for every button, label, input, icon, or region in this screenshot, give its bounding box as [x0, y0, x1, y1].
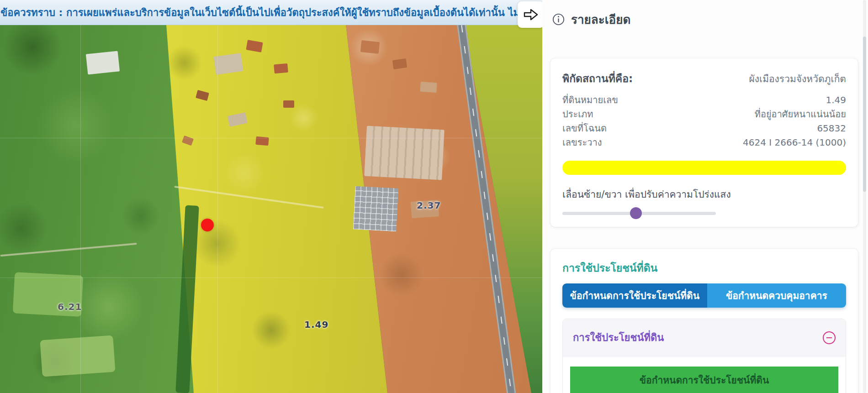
opacity-slider-handle[interactable] — [630, 207, 642, 219]
zone-color-bar — [562, 161, 846, 175]
landuse-tabs: ข้อกำหนดการใช้ประโยชน์ที่ดิน ข้อกำหนดควบ… — [562, 283, 846, 308]
location-value: ผังเมืองรวมจังหวัดภูเก็ต — [749, 71, 846, 86]
building — [86, 51, 120, 74]
detail-label: ที่ดินหมายเลข — [562, 93, 618, 107]
map-canvas[interactable]: 2.37 6.21 1.49 — [0, 0, 542, 393]
map-gridline — [217, 0, 218, 393]
arrow-right-icon — [523, 8, 539, 21]
opacity-slider[interactable] — [562, 212, 716, 215]
app-screen: 2.37 6.21 1.49 ข้อควรทราบ : การเผยแพร่แล… — [0, 0, 868, 393]
parcel-label: 6.21 — [58, 301, 82, 312]
map-gridline — [80, 0, 81, 393]
detail-row: เลขระวาง 4624 I 2666-14 (1000) — [562, 136, 846, 150]
landuse-accordion-header[interactable]: การใช้ประโยชน์ที่ดิน — [563, 319, 846, 356]
building — [283, 100, 294, 108]
landuse-accordion-title: การใช้ประโยชน์ที่ดิน — [573, 330, 664, 346]
detail-value: 65832 — [817, 121, 846, 136]
landuse-card: การใช้ประโยชน์ที่ดิน ข้อกำหนดการใช้ประโย… — [550, 249, 858, 393]
landuse-accordion-body: ข้อกำหนดการใช้ประโยชน์ที่ดิน ที่ดินประเภ… — [563, 356, 846, 393]
detail-label: เลขที่โฉนด — [562, 121, 607, 136]
parcel-label: 2.37 — [417, 200, 441, 211]
location-label: พิกัดสถานที่คือ: — [562, 70, 633, 87]
building — [274, 63, 288, 74]
landuse-section-title: การใช้ประโยชน์ที่ดิน — [562, 260, 846, 276]
detail-value: 1.49 — [826, 93, 846, 107]
building — [360, 40, 380, 54]
detail-row: ประเภท ที่อยู่อาศัยหนาแน่นน้อย — [562, 107, 846, 121]
location-details-card: พิกัดสถานที่คือ: ผังเมืองรวมจังหวัดภูเก็… — [550, 58, 858, 227]
landuse-accordion: การใช้ประโยชน์ที่ดิน ข้อกำหนดการใช้ประโย… — [562, 319, 846, 393]
map-marker[interactable] — [201, 219, 214, 231]
panel-collapse-button[interactable] — [518, 1, 544, 28]
building — [420, 82, 437, 93]
panel-scrollbar[interactable] — [863, 0, 866, 393]
location-title-row: พิกัดสถานที่คือ: ผังเมืองรวมจังหวัดภูเก็… — [562, 70, 846, 87]
notice-banner-text: ข้อควรทราบ : การเผยแพร่และบริการข้อมูลใน… — [0, 5, 542, 21]
detail-row: ที่ดินหมายเลข 1.49 — [562, 93, 846, 107]
tab-landuse-regulations[interactable]: ข้อกำหนดการใช้ประโยชน์ที่ดิน — [562, 283, 707, 308]
building — [392, 58, 407, 69]
detail-row: เลขที่โฉนด 65832 — [562, 121, 846, 136]
notice-banner: ข้อควรทราบ : การเผยแพร่และบริการข้อมูลใน… — [0, 0, 542, 25]
parcel-label: 1.49 — [304, 319, 328, 330]
field — [40, 335, 115, 377]
tab-building-control[interactable]: ข้อกำหนดควบคุมอาคาร — [707, 283, 846, 308]
details-panel-header: รายละเอียด — [542, 0, 868, 29]
map-gridline — [0, 278, 542, 278]
map-gridline — [0, 138, 542, 138]
info-icon — [552, 13, 565, 26]
building — [214, 53, 243, 75]
panel-title: รายละเอียด — [571, 10, 630, 29]
panel-scrollbar-thumb[interactable] — [863, 37, 866, 192]
details-panel: รายละเอียด พิกัดสถานที่คือ: ผังเมืองรวมจ… — [542, 0, 868, 393]
opacity-slider-label: เลื่อนซ้าย/ขวา เพื่อปรับค่าความโปร่งแสง — [562, 187, 846, 202]
regulation-section-button[interactable]: ข้อกำหนดการใช้ประโยชน์ที่ดิน — [570, 367, 838, 393]
industrial-building — [353, 186, 399, 232]
detail-value: ที่อยู่อาศัยหนาแน่นน้อย — [755, 107, 846, 121]
detail-label: เลขระวาง — [562, 136, 602, 150]
industrial-building — [364, 126, 445, 180]
detail-label: ประเภท — [562, 107, 593, 121]
detail-value: 4624 I 2666-14 (1000) — [743, 136, 846, 150]
minus-circle-icon[interactable] — [823, 331, 836, 344]
